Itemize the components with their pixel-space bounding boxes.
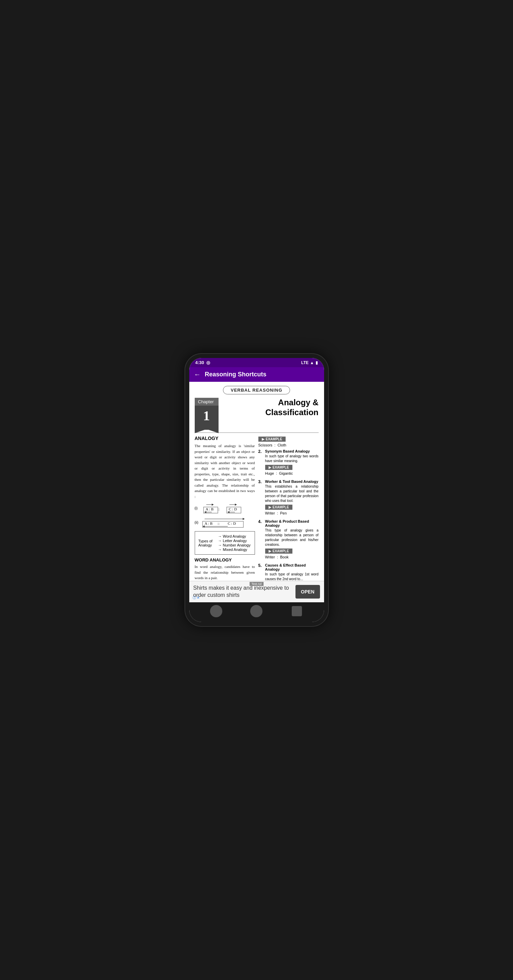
example-badge-3: ▶ EXAMPLE [265,504,292,510]
example-1-row: Scissors : Cloth [258,443,319,447]
example-3-arrow-icon: ▶ [269,505,271,509]
example-4-arrow-icon: ▶ [269,549,271,553]
example-4-word1: Writer [265,555,275,559]
nav-recent-square[interactable] [291,605,303,617]
item-2-desc: In such type of analogy two words have s… [265,454,319,463]
diagram-ii: (ii) A : B :: C : D [195,516,255,528]
example-3-row: Writer : Pen [265,511,319,515]
type-letter-analogy: → Letter Analogy [218,539,250,543]
home-circle-shape [250,605,263,617]
svg-text:C : D: C : D [229,507,237,511]
example-4-word2: Book [280,555,289,559]
chapter-label: Chapter [195,398,218,406]
example-2-word1: Huge [265,471,274,476]
svg-marker-1 [212,504,214,506]
chapter-title: Analogy &Classification [223,398,319,417]
item-4-title: Worker & Product Based Analogy [265,519,319,527]
left-column: ANALOGY The meaning of analogy is 'simil… [195,436,255,581]
item-5-num: 5. [258,563,263,581]
item-worker-product: 4. Worker & Product Based Analogy This t… [258,519,319,561]
ad-label: Test Ad [250,582,264,586]
item-5-content: Causes & Effect Based Analogy In such ty… [265,563,319,581]
item-3-num: 3. [258,479,263,517]
two-column-layout: ANALOGY The meaning of analogy is 'simil… [195,436,319,581]
diagram-i-label: (i) [195,506,198,510]
ad-banner: Test Ad Shirts makes it easy and inexpen… [189,581,324,602]
svg-marker-10 [228,511,229,513]
example-3-word2: Pen [280,511,287,515]
example-badge-2: ▶ EXAMPLE [265,465,292,470]
item-3-content: Worker & Tool Based Analogy This establi… [265,479,319,517]
example-label-4: EXAMPLE [272,549,289,553]
status-left: 4:30 ◎ [195,360,210,365]
status-right: LTE ▲ ▮ [301,360,318,365]
type-number-analogy: → Number Analogy [218,543,250,547]
chapter-badge: Chapter 1 [195,398,218,430]
svg-marker-3 [235,504,237,506]
item-4-desc: This type of analogy gives a relationshi… [265,528,319,547]
item-2-num: 2. [258,449,263,477]
verbal-banner-text: VERBAL REASONING [223,386,290,395]
diagram-ii-svg: A : B :: C : D [200,516,254,528]
nav-home-circle[interactable] [250,605,263,617]
example-1-word2: Cloth [277,443,286,447]
ad-open-button[interactable]: OPEN [295,585,320,598]
diagram-area: (i) A : B :: [195,502,255,528]
item-causes-effect: 5. Causes & Effect Based Analogy In such… [258,563,319,581]
svg-marker-8 [204,511,206,513]
svg-text:A : B: A : B [205,521,212,525]
time: 4:30 [195,360,204,365]
example-3-sep: : [277,511,278,515]
word-analogy-text: In word analogy, candidates have to find… [195,564,255,581]
item-5-desc: In such type of analogy 1st word causes … [265,572,319,581]
svg-text:C : D: C : D [228,521,236,525]
item-5-title: Causes & Effect Based Analogy [265,563,319,571]
top-bar: ← Reasoning Shortcuts [189,367,324,382]
phone-screen: 4:30 ◎ LTE ▲ ▮ ← Reasoning Shortcuts VER… [189,358,324,622]
chapter-number-area: 1 [195,406,218,430]
types-of-analogy-box: Types ofAnalogy → Word Analogy → Letter … [195,531,255,555]
item-synonym: 2. Synonym Based Analogy In such type of… [258,449,319,477]
diagram-ii-label: (ii) [195,520,198,524]
svg-marker-19 [202,525,205,527]
ad-info-close[interactable]: ⓘ ✕ [193,595,200,600]
example-2-row: Huge : Gigantic [265,471,319,476]
example-2-word2: Gigantic [279,471,293,476]
battery-icon: ▮ [315,360,318,365]
example-1-sep: : [274,443,276,447]
item-2-content: Synonym Based Analogy In such type of an… [265,449,319,477]
diagram-i-svg: A : B :: C : D [199,502,253,514]
status-bar: 4:30 ◎ LTE ▲ ▮ [189,358,324,367]
network-label: LTE [301,360,309,365]
verbal-banner: VERBAL REASONING [195,386,319,395]
chapter-number: 1 [203,408,210,424]
nav-back-pill[interactable] [210,605,222,617]
ad-text-area: Shirts makes it easy and inexpensive to … [193,585,292,599]
chapter-arrow-decoration [195,429,218,433]
example-4-row: Writer : Book [265,555,319,559]
right-column: ▶ EXAMPLE Scissors : Cloth 2. Syn [258,436,319,581]
example-4-sep: : [277,555,278,559]
word-analogy-title: WORD ANALOGY [195,557,255,563]
item-4-num: 4. [258,519,263,561]
example-1-word1: Scissors [258,443,272,447]
item-worker-tool: 3. Worker & Tool Based Analogy This esta… [258,479,319,517]
ad-text: Shirts makes it easy and inexpensive to … [193,585,292,599]
example-3-word1: Writer [265,511,275,515]
signal-bars-icon: ▲ [310,360,314,365]
item-3-desc: This establishes a relationship between … [265,484,319,503]
example-2-sep: : [276,471,277,476]
example-badge-1: ▶ EXAMPLE [258,437,285,442]
svg-marker-14 [243,518,245,520]
type-mixed-analogy: → Mixed Analogy [218,547,250,552]
example-label-2: EXAMPLE [272,466,289,469]
analogy-description: The meaning of analogy is 'similar prope… [195,443,255,499]
example-label-3: EXAMPLE [272,505,289,509]
ad-close-icon[interactable]: ✕ [197,596,199,600]
ad-info-icon: ⓘ [193,596,196,600]
type-word-analogy: → Word Analogy [218,534,250,538]
signal-icon: ◎ [206,360,210,365]
back-button[interactable]: ← [194,371,201,379]
chapter-section: Chapter 1 Analogy &Classification [195,398,319,430]
types-label: Types ofAnalogy [198,539,215,547]
